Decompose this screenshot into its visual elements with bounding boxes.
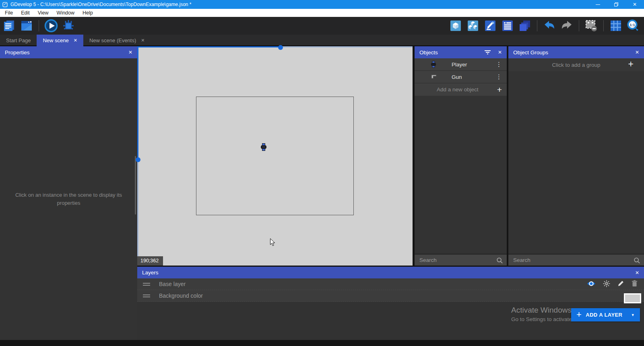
redo-icon[interactable]: [560, 19, 574, 33]
restore-button[interactable]: [607, 0, 625, 9]
toolbar-separator: [603, 20, 604, 31]
object-name: Gun: [452, 74, 462, 80]
game-window-frame: [196, 97, 354, 215]
layer-visibility-icon[interactable]: [587, 280, 596, 288]
objects-title: Objects: [419, 49, 438, 56]
groups-search-row: [508, 253, 644, 266]
objects-header: Objects ✕: [415, 46, 507, 58]
properties-scrollbar[interactable]: [135, 156, 136, 214]
properties-close-icon[interactable]: ✕: [128, 49, 132, 55]
project-manager-icon[interactable]: [2, 19, 16, 33]
player-instance[interactable]: [260, 143, 267, 152]
object-groups-close-icon[interactable]: ✕: [635, 49, 639, 55]
object-groups-header: Object Groups ✕: [508, 46, 644, 58]
menu-window[interactable]: Window: [53, 9, 78, 17]
tab-start-page[interactable]: Start Page: [0, 35, 37, 46]
object-menu-icon[interactable]: ⋮: [496, 61, 502, 68]
add-layer-button[interactable]: + ADD A LAYER ▼: [571, 308, 640, 321]
add-group-row[interactable]: Click to add a group +: [508, 58, 644, 71]
add-object-row[interactable]: Add a new object +: [415, 83, 507, 96]
drag-handle-icon[interactable]: [143, 295, 150, 297]
debug-icon[interactable]: [62, 19, 75, 33]
scene-window-icon[interactable]: [20, 19, 33, 33]
filter-icon[interactable]: [485, 50, 491, 55]
tab-new-scene[interactable]: New scene ✕: [37, 35, 83, 46]
objects-close-icon[interactable]: ✕: [498, 49, 502, 55]
menu-help[interactable]: Help: [78, 9, 97, 17]
object-row-gun[interactable]: Gun ⋮: [415, 71, 507, 83]
menu-edit[interactable]: Edit: [17, 9, 34, 17]
search-icon: [496, 257, 503, 264]
tab-bar: Start Page New scene ✕ New scene (Events…: [0, 35, 644, 46]
properties-title: Properties: [5, 49, 30, 56]
properties-header: Properties ✕: [0, 46, 137, 58]
menu-view[interactable]: View: [34, 9, 53, 17]
object-name: Player: [452, 62, 467, 68]
plus-icon: +: [576, 309, 582, 320]
layer-row-base[interactable]: Base layer: [137, 278, 644, 290]
zoom-original-icon[interactable]: 1:1: [626, 19, 640, 33]
add-object-label: Add a new object: [437, 86, 479, 93]
object-groups-panel-icon[interactable]: [466, 19, 480, 33]
layers-panel: Layers ✕ Base layer: [137, 267, 644, 340]
plus-icon: +: [497, 85, 502, 94]
layers-close-icon[interactable]: ✕: [635, 270, 639, 276]
undo-icon[interactable]: [543, 19, 556, 33]
h-scroll-track[interactable]: [137, 46, 281, 47]
h-scroll-track[interactable]: [283, 46, 413, 47]
add-layer-label: ADD A LAYER: [586, 312, 622, 318]
object-groups-title: Object Groups: [513, 49, 548, 56]
layers-header: Layers ✕: [137, 267, 644, 278]
h-scroll-thumb[interactable]: [278, 45, 283, 50]
search-icon: [634, 257, 640, 264]
object-groups-panel: Object Groups ✕ Click to add a group +: [508, 46, 644, 266]
tab-close-icon[interactable]: ✕: [74, 38, 77, 43]
toolbar: 1:1: [0, 17, 644, 35]
objects-panel-icon[interactable]: [449, 19, 462, 33]
v-scroll-track[interactable]: [137, 162, 138, 266]
close-button[interactable]: ✕: [625, 0, 644, 9]
object-menu-icon[interactable]: ⋮: [496, 73, 502, 80]
layer-name: Background color: [159, 292, 203, 299]
gdevelop-logo-icon: [2, 2, 8, 7]
background-color-swatch[interactable]: [624, 293, 641, 303]
objects-search-input[interactable]: [419, 257, 496, 263]
objects-panel: Objects ✕ Player ⋮ Gun ⋮ Add a new objec…: [415, 46, 507, 266]
layer-edit-icon[interactable]: [617, 280, 624, 288]
object-row-player[interactable]: Player ⋮: [415, 58, 507, 71]
minimize-button[interactable]: [588, 0, 607, 9]
layer-row-background[interactable]: Background color: [137, 290, 644, 302]
v-scroll-thumb[interactable]: [136, 157, 140, 162]
bottom-strip: [0, 340, 644, 346]
instances-list-icon[interactable]: [501, 19, 514, 33]
grid-icon[interactable]: [609, 19, 623, 33]
layers-panel-icon[interactable]: [518, 19, 532, 33]
menu-bar: File Edit View Window Help: [0, 9, 644, 17]
groups-search-input[interactable]: [513, 257, 634, 263]
toolbar-separator: [537, 20, 537, 31]
tab-new-scene-events[interactable]: New scene (Events) ✕: [83, 35, 151, 46]
cursor-coordinates-badge: 190;362: [137, 256, 163, 266]
layer-delete-icon[interactable]: [632, 280, 638, 288]
drag-handle-icon[interactable]: [143, 283, 150, 286]
add-group-label: Click to add a group: [552, 62, 600, 68]
gun-object-icon: [431, 73, 437, 81]
properties-empty-message: Click on an instance in the scene to dis…: [9, 191, 128, 207]
plus-icon: +: [628, 60, 634, 69]
properties-panel-icon[interactable]: [483, 19, 497, 33]
svg-text:1:1: 1:1: [630, 23, 635, 27]
toolbar-separator: [39, 20, 39, 31]
toolbar-separator: [579, 20, 579, 31]
preview-play-icon[interactable]: [44, 19, 58, 33]
mouse-cursor-icon: [270, 238, 276, 248]
scene-canvas[interactable]: 190;362: [137, 46, 413, 266]
layer-effects-icon[interactable]: [603, 280, 610, 288]
caret-down-icon[interactable]: ▼: [631, 313, 635, 317]
objects-search-row: [415, 253, 507, 266]
properties-panel: Properties ✕ Click on an instance in the…: [0, 46, 137, 340]
tab-close-icon[interactable]: ✕: [141, 38, 144, 43]
mask-selection-icon[interactable]: [584, 19, 598, 33]
layer-name: Base layer: [159, 281, 186, 287]
v-scroll-track[interactable]: [137, 46, 138, 158]
menu-file[interactable]: File: [1, 9, 17, 17]
